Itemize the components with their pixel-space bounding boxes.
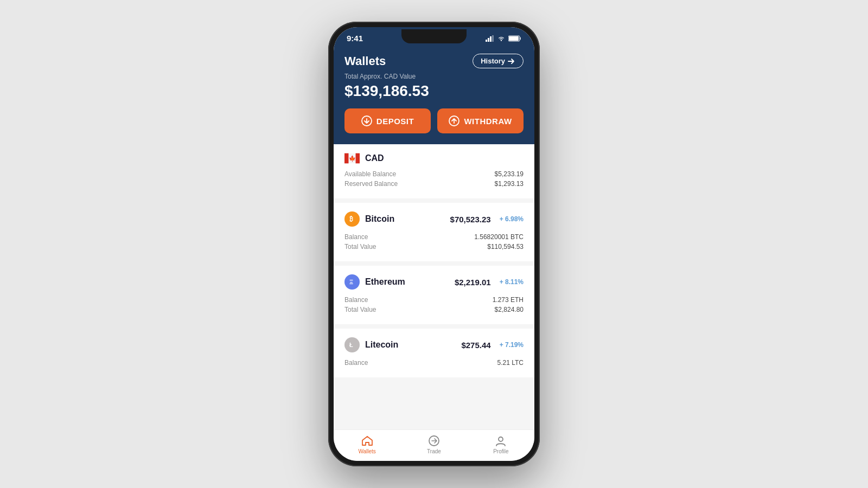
profile-nav-label: Profile	[493, 448, 508, 454]
eth-balance-row: Balance 1.273 ETH	[344, 296, 524, 304]
cad-icon: 🍁	[344, 153, 360, 164]
withdraw-button[interactable]: Withdraw	[437, 108, 524, 133]
profile-svg	[495, 435, 507, 447]
trade-nav-label: Trade	[427, 448, 441, 454]
cad-reserved-row: Reserved Balance $1,293.13	[344, 180, 524, 188]
cad-wallet[interactable]: 🍁 CAD Available Balance $5,233.19 Reserv…	[334, 144, 534, 198]
signal-icon	[486, 35, 494, 42]
wallets-nav-label: Wallets	[358, 448, 375, 454]
cad-flag-icon: 🍁	[344, 153, 360, 164]
nav-profile[interactable]: Profile	[468, 434, 534, 454]
btc-svg: ₿	[348, 215, 356, 223]
cad-name: CAD	[365, 153, 384, 163]
btc-change: + 6.98%	[500, 215, 524, 223]
total-value: $139,186.53	[344, 82, 524, 100]
cad-reserved-label: Reserved Balance	[344, 180, 398, 188]
ltc-balance-value: 5.21 LTC	[497, 359, 524, 367]
ltc-name: Litecoin	[365, 340, 398, 350]
btc-total-row: Total Value $110,594.53	[344, 243, 524, 251]
withdraw-label: Withdraw	[464, 117, 512, 126]
eth-total-row: Total Value $2,824.80	[344, 306, 524, 313]
svg-rect-10	[344, 153, 348, 164]
home-svg	[361, 435, 373, 446]
history-label: History	[481, 57, 505, 65]
phone-screen: 9:41	[334, 27, 534, 461]
btc-total-label: Total Value	[344, 243, 376, 251]
eth-price: $2,219.01	[455, 278, 491, 287]
btc-balance-row: Balance 1.56820001 BTC	[344, 233, 524, 241]
eth-name: Ethereum	[365, 277, 405, 287]
cad-available-value: $5,233.19	[495, 170, 524, 178]
nav-wallets[interactable]: Wallets	[334, 434, 400, 454]
eth-total-value: $2,824.80	[495, 306, 524, 313]
battery-icon	[508, 35, 521, 42]
phone-frame: 9:41	[328, 22, 540, 466]
wifi-icon	[497, 35, 506, 42]
wallets-icon	[361, 434, 374, 447]
svg-point-17	[499, 437, 503, 441]
eth-change: + 8.11%	[500, 278, 524, 286]
svg-rect-6	[509, 36, 519, 41]
svg-text:Ξ: Ξ	[349, 279, 353, 285]
svg-rect-3	[492, 35, 494, 42]
ltc-balance-label: Balance	[344, 359, 368, 367]
ltc-icon: Ł	[344, 337, 360, 352]
svg-text:🍁: 🍁	[349, 155, 356, 162]
wallets-list: 🍁 CAD Available Balance $5,233.19 Reserv…	[334, 144, 534, 429]
svg-point-4	[501, 40, 502, 41]
svg-text:₿: ₿	[349, 215, 353, 223]
svg-rect-1	[488, 38, 489, 42]
total-label: Total Approx. CAD Value	[344, 73, 524, 80]
history-button[interactable]: History	[473, 54, 524, 68]
btc-price: $70,523.23	[450, 215, 491, 224]
ltc-price: $275.44	[461, 341, 490, 350]
eth-balance-value: 1.273 ETH	[493, 296, 524, 304]
ltc-balance-row: Balance 5.21 LTC	[344, 359, 524, 367]
eth-total-label: Total Value	[344, 306, 376, 313]
withdraw-svg	[449, 115, 459, 126]
svg-text:Ł: Ł	[349, 342, 353, 348]
withdraw-icon	[449, 115, 459, 126]
deposit-label: Deposit	[376, 117, 414, 126]
deposit-icon	[361, 115, 372, 126]
deposit-button[interactable]: Deposit	[344, 108, 431, 133]
btc-icon: ₿	[344, 211, 360, 227]
trade-icon	[427, 434, 441, 447]
svg-rect-0	[486, 40, 487, 42]
phone-notch	[401, 29, 467, 43]
deposit-svg	[361, 115, 372, 126]
eth-balance-label: Balance	[344, 296, 368, 304]
action-buttons: Deposit Withdraw	[344, 108, 524, 133]
btc-balance-label: Balance	[344, 233, 368, 241]
status-icons	[486, 35, 521, 42]
cad-reserved-value: $1,293.13	[495, 180, 524, 188]
ltc-change: + 7.19%	[500, 341, 524, 349]
svg-rect-2	[490, 36, 492, 42]
btc-balance-value: 1.56820001 BTC	[474, 233, 524, 241]
wallet-header: Wallets History Total Approx. CAD Value …	[334, 46, 534, 144]
ltc-svg: Ł	[348, 341, 356, 349]
cad-available-label: Available Balance	[344, 170, 396, 178]
profile-icon	[494, 434, 507, 447]
eth-svg: Ξ	[348, 278, 356, 286]
btc-total-value: $110,594.53	[487, 243, 524, 251]
ltc-wallet[interactable]: Ł Litecoin $275.44 + 7.19% Balance 5.21 …	[334, 329, 534, 377]
eth-icon: Ξ	[344, 274, 360, 290]
arrow-right-icon	[508, 58, 515, 65]
bottom-nav: Wallets Trade Profile	[334, 429, 534, 461]
status-time: 9:41	[347, 34, 363, 43]
trade-svg	[428, 435, 440, 447]
cad-available-row: Available Balance $5,233.19	[344, 170, 524, 178]
nav-trade[interactable]: Trade	[400, 434, 467, 454]
svg-rect-11	[356, 153, 360, 164]
btc-name: Bitcoin	[365, 214, 394, 224]
eth-wallet[interactable]: Ξ Ethereum $2,219.01 + 8.11% Balance 1.2…	[334, 266, 534, 324]
page-title: Wallets	[344, 54, 386, 68]
btc-wallet[interactable]: ₿ Bitcoin $70,523.23 + 6.98% Balance 1.5…	[334, 203, 534, 261]
